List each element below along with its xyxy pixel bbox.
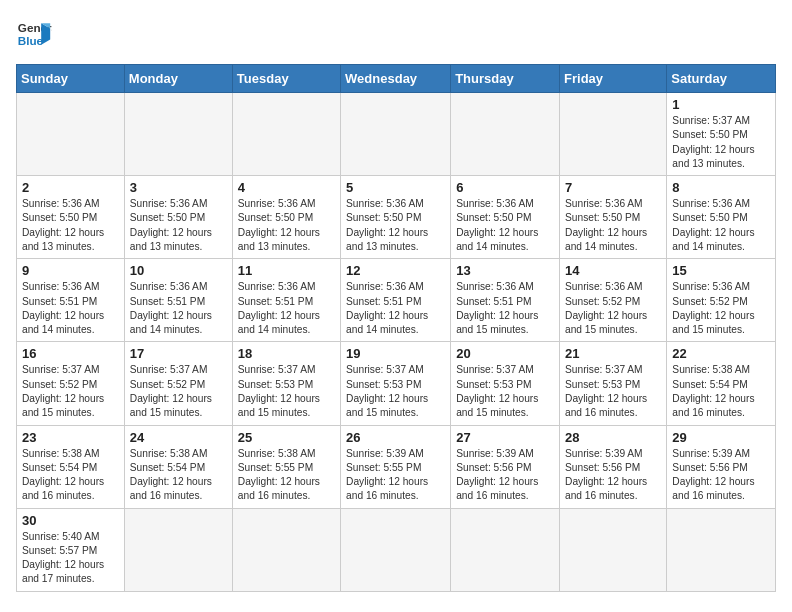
day-info: Sunrise: 5:36 AM Sunset: 5:50 PM Dayligh…	[238, 198, 320, 252]
day-number: 24	[130, 430, 227, 445]
day-info: Sunrise: 5:36 AM Sunset: 5:50 PM Dayligh…	[456, 198, 538, 252]
calendar-cell	[451, 508, 560, 591]
day-number: 17	[130, 346, 227, 361]
day-number: 5	[346, 180, 445, 195]
calendar-cell: 7Sunrise: 5:36 AM Sunset: 5:50 PM Daylig…	[560, 176, 667, 259]
calendar-header-wednesday: Wednesday	[341, 65, 451, 93]
day-info: Sunrise: 5:36 AM Sunset: 5:50 PM Dayligh…	[346, 198, 428, 252]
day-info: Sunrise: 5:38 AM Sunset: 5:55 PM Dayligh…	[238, 448, 320, 502]
calendar-cell	[560, 93, 667, 176]
calendar-cell	[451, 93, 560, 176]
calendar-header-monday: Monday	[124, 65, 232, 93]
day-number: 3	[130, 180, 227, 195]
day-info: Sunrise: 5:39 AM Sunset: 5:56 PM Dayligh…	[456, 448, 538, 502]
day-info: Sunrise: 5:36 AM Sunset: 5:51 PM Dayligh…	[238, 281, 320, 335]
day-number: 16	[22, 346, 119, 361]
svg-text:Blue: Blue	[18, 34, 44, 47]
calendar-header-friday: Friday	[560, 65, 667, 93]
day-info: Sunrise: 5:37 AM Sunset: 5:50 PM Dayligh…	[672, 115, 754, 169]
calendar-cell: 12Sunrise: 5:36 AM Sunset: 5:51 PM Dayli…	[341, 259, 451, 342]
calendar: SundayMondayTuesdayWednesdayThursdayFrid…	[16, 64, 776, 592]
logo-icon: General Blue	[16, 16, 52, 52]
day-info: Sunrise: 5:37 AM Sunset: 5:52 PM Dayligh…	[22, 364, 104, 418]
day-info: Sunrise: 5:36 AM Sunset: 5:50 PM Dayligh…	[565, 198, 647, 252]
calendar-cell: 18Sunrise: 5:37 AM Sunset: 5:53 PM Dayli…	[232, 342, 340, 425]
page: General Blue SundayMondayTuesdayWednesda…	[0, 0, 792, 608]
calendar-cell: 17Sunrise: 5:37 AM Sunset: 5:52 PM Dayli…	[124, 342, 232, 425]
day-info: Sunrise: 5:37 AM Sunset: 5:52 PM Dayligh…	[130, 364, 212, 418]
day-info: Sunrise: 5:36 AM Sunset: 5:51 PM Dayligh…	[130, 281, 212, 335]
calendar-cell	[667, 508, 776, 591]
day-number: 20	[456, 346, 554, 361]
logo: General Blue	[16, 16, 52, 52]
calendar-cell: 30Sunrise: 5:40 AM Sunset: 5:57 PM Dayli…	[17, 508, 125, 591]
day-number: 8	[672, 180, 770, 195]
day-number: 22	[672, 346, 770, 361]
calendar-cell	[124, 93, 232, 176]
calendar-cell	[232, 93, 340, 176]
day-info: Sunrise: 5:39 AM Sunset: 5:55 PM Dayligh…	[346, 448, 428, 502]
day-number: 12	[346, 263, 445, 278]
calendar-week-3: 9Sunrise: 5:36 AM Sunset: 5:51 PM Daylig…	[17, 259, 776, 342]
calendar-cell: 4Sunrise: 5:36 AM Sunset: 5:50 PM Daylig…	[232, 176, 340, 259]
day-number: 21	[565, 346, 661, 361]
day-number: 23	[22, 430, 119, 445]
calendar-cell	[341, 508, 451, 591]
calendar-week-1: 1Sunrise: 5:37 AM Sunset: 5:50 PM Daylig…	[17, 93, 776, 176]
day-number: 7	[565, 180, 661, 195]
calendar-cell	[232, 508, 340, 591]
calendar-week-4: 16Sunrise: 5:37 AM Sunset: 5:52 PM Dayli…	[17, 342, 776, 425]
calendar-week-2: 2Sunrise: 5:36 AM Sunset: 5:50 PM Daylig…	[17, 176, 776, 259]
day-info: Sunrise: 5:37 AM Sunset: 5:53 PM Dayligh…	[456, 364, 538, 418]
day-info: Sunrise: 5:39 AM Sunset: 5:56 PM Dayligh…	[672, 448, 754, 502]
calendar-cell: 2Sunrise: 5:36 AM Sunset: 5:50 PM Daylig…	[17, 176, 125, 259]
day-number: 4	[238, 180, 335, 195]
day-info: Sunrise: 5:40 AM Sunset: 5:57 PM Dayligh…	[22, 531, 104, 585]
calendar-cell: 23Sunrise: 5:38 AM Sunset: 5:54 PM Dayli…	[17, 425, 125, 508]
calendar-cell: 20Sunrise: 5:37 AM Sunset: 5:53 PM Dayli…	[451, 342, 560, 425]
day-number: 11	[238, 263, 335, 278]
day-info: Sunrise: 5:36 AM Sunset: 5:51 PM Dayligh…	[456, 281, 538, 335]
calendar-cell	[341, 93, 451, 176]
day-number: 25	[238, 430, 335, 445]
calendar-header-thursday: Thursday	[451, 65, 560, 93]
day-number: 15	[672, 263, 770, 278]
day-info: Sunrise: 5:36 AM Sunset: 5:50 PM Dayligh…	[672, 198, 754, 252]
day-info: Sunrise: 5:38 AM Sunset: 5:54 PM Dayligh…	[22, 448, 104, 502]
calendar-cell	[560, 508, 667, 591]
calendar-week-6: 30Sunrise: 5:40 AM Sunset: 5:57 PM Dayli…	[17, 508, 776, 591]
calendar-header-sunday: Sunday	[17, 65, 125, 93]
day-number: 2	[22, 180, 119, 195]
day-info: Sunrise: 5:36 AM Sunset: 5:52 PM Dayligh…	[672, 281, 754, 335]
day-number: 30	[22, 513, 119, 528]
day-number: 6	[456, 180, 554, 195]
day-info: Sunrise: 5:39 AM Sunset: 5:56 PM Dayligh…	[565, 448, 647, 502]
calendar-cell: 13Sunrise: 5:36 AM Sunset: 5:51 PM Dayli…	[451, 259, 560, 342]
day-info: Sunrise: 5:38 AM Sunset: 5:54 PM Dayligh…	[672, 364, 754, 418]
calendar-cell: 27Sunrise: 5:39 AM Sunset: 5:56 PM Dayli…	[451, 425, 560, 508]
day-info: Sunrise: 5:36 AM Sunset: 5:52 PM Dayligh…	[565, 281, 647, 335]
header: General Blue	[16, 16, 776, 52]
day-info: Sunrise: 5:36 AM Sunset: 5:50 PM Dayligh…	[130, 198, 212, 252]
calendar-cell: 16Sunrise: 5:37 AM Sunset: 5:52 PM Dayli…	[17, 342, 125, 425]
calendar-cell: 26Sunrise: 5:39 AM Sunset: 5:55 PM Dayli…	[341, 425, 451, 508]
day-number: 29	[672, 430, 770, 445]
day-number: 27	[456, 430, 554, 445]
calendar-header-row: SundayMondayTuesdayWednesdayThursdayFrid…	[17, 65, 776, 93]
calendar-cell	[17, 93, 125, 176]
calendar-cell: 29Sunrise: 5:39 AM Sunset: 5:56 PM Dayli…	[667, 425, 776, 508]
day-number: 14	[565, 263, 661, 278]
calendar-cell: 22Sunrise: 5:38 AM Sunset: 5:54 PM Dayli…	[667, 342, 776, 425]
day-info: Sunrise: 5:37 AM Sunset: 5:53 PM Dayligh…	[565, 364, 647, 418]
day-info: Sunrise: 5:36 AM Sunset: 5:51 PM Dayligh…	[346, 281, 428, 335]
day-number: 28	[565, 430, 661, 445]
day-info: Sunrise: 5:38 AM Sunset: 5:54 PM Dayligh…	[130, 448, 212, 502]
calendar-cell: 11Sunrise: 5:36 AM Sunset: 5:51 PM Dayli…	[232, 259, 340, 342]
day-number: 19	[346, 346, 445, 361]
calendar-cell: 8Sunrise: 5:36 AM Sunset: 5:50 PM Daylig…	[667, 176, 776, 259]
calendar-cell: 10Sunrise: 5:36 AM Sunset: 5:51 PM Dayli…	[124, 259, 232, 342]
day-info: Sunrise: 5:37 AM Sunset: 5:53 PM Dayligh…	[238, 364, 320, 418]
calendar-cell: 25Sunrise: 5:38 AM Sunset: 5:55 PM Dayli…	[232, 425, 340, 508]
calendar-cell: 21Sunrise: 5:37 AM Sunset: 5:53 PM Dayli…	[560, 342, 667, 425]
day-info: Sunrise: 5:36 AM Sunset: 5:51 PM Dayligh…	[22, 281, 104, 335]
